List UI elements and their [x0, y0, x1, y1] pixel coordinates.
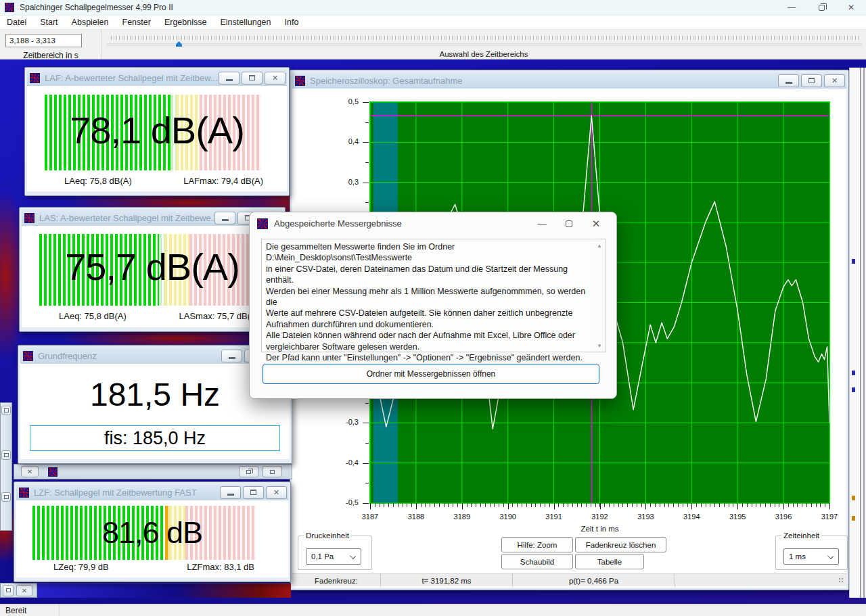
oszi-x-axis-label: Zeit t in ms: [370, 525, 829, 533]
window-edge-right[interactable]: [849, 68, 866, 598]
dialog-close-button[interactable]: ✕: [583, 212, 610, 235]
dialog-text-area[interactable]: Die gesammelten Messwerte finden Sie im …: [261, 239, 606, 352]
slider-ticks: [111, 36, 859, 40]
las-minimize-button[interactable]: [214, 212, 235, 224]
scrollbar[interactable]: ▲ ▼: [594, 240, 605, 351]
dialog-titlebar[interactable]: Abgespeicherte Messergebnisse — ✕: [250, 212, 616, 235]
oszi-x-axis: 3187318831893190319131923193319431953196…: [370, 503, 829, 510]
maximize-icon: [270, 470, 275, 474]
las-title: LAS: A-bewerteter Schallpegel mit Zeitbe…: [39, 213, 214, 223]
menu-start[interactable]: Start: [33, 18, 64, 27]
tabelle-button[interactable]: Tabelle: [575, 554, 644, 569]
y-tick-mark: [363, 463, 369, 464]
docked-restore-button[interactable]: [239, 466, 258, 477]
laf-maximize-button[interactable]: [242, 72, 263, 85]
time-range-panel: Zeitbereich in s: [0, 30, 101, 60]
hilfe-zoom-button[interactable]: Hilfe: Zoom: [501, 537, 573, 552]
y-tick-mark: [363, 142, 369, 143]
axis-label-fragment: [852, 387, 855, 392]
scroll-up-icon[interactable]: ▲: [594, 240, 605, 251]
docked-window-edge-strip[interactable]: [0, 402, 12, 531]
zeiteinheit-value: 1 ms: [789, 552, 806, 561]
oszi-close-button[interactable]: ✕: [824, 74, 845, 87]
docked-maximize-button[interactable]: [263, 466, 282, 477]
x-tick-mark: [554, 503, 555, 509]
lzf-minimize-button[interactable]: [220, 486, 241, 499]
menu-fenster[interactable]: Fenster: [116, 18, 158, 27]
chevron-down-icon: [350, 553, 356, 559]
docked-maximize-button[interactable]: [3, 585, 14, 596]
lzf-close-button[interactable]: ✕: [266, 486, 287, 499]
maximize-icon: [249, 75, 255, 80]
zeiteinheit-select[interactable]: 1 ms: [783, 548, 839, 565]
y-tick-minor: [365, 202, 369, 203]
window-icon: [24, 213, 35, 223]
dialog-title: Abgespeicherte Messergebnisse: [274, 218, 402, 229]
y-tick-mark: [363, 423, 369, 423]
zeiteinheit-groupbox: Zeiteinheit 1 ms: [775, 536, 848, 570]
main-close-button[interactable]: ✕: [836, 0, 866, 16]
x-tick-mark: [737, 503, 738, 509]
chevron-down-icon: [827, 553, 834, 559]
fadenkreuz-loeschen-button[interactable]: Fadenkreuz löschen: [575, 537, 666, 552]
oszi-maximize-button[interactable]: [801, 74, 822, 87]
menu-einstellungen[interactable]: Einstellungen: [213, 18, 277, 27]
lzf-titlebar[interactable]: LZF: Schallpegel mit Zeitbewertung FAST …: [16, 484, 288, 500]
docked-window-bar-bottom[interactable]: ✕: [0, 583, 37, 598]
x-tick-label: 3194: [677, 513, 706, 521]
druckeinheit-label: Druckeinheit: [304, 531, 351, 540]
schaubild-button[interactable]: Schaubild: [501, 554, 573, 569]
docked-close-button[interactable]: ✕: [16, 585, 32, 596]
window-lzf[interactable]: LZF: Schallpegel mit Zeitbewertung FAST …: [14, 481, 291, 582]
slider-thumb[interactable]: [176, 41, 182, 47]
grund-minimize-button[interactable]: [221, 350, 242, 362]
druckeinheit-value: 0,1 Pa: [311, 552, 334, 561]
x-tick-label: 3189: [447, 513, 477, 521]
laf-minimize-button[interactable]: [219, 72, 240, 85]
docked-edge-button[interactable]: [1, 492, 11, 502]
y-tick-label: -0,5: [332, 498, 359, 506]
window-laf[interactable]: LAF: A-bewerteter Schallpegel mit Zeitbe…: [24, 67, 290, 196]
y-tick-mark: [363, 102, 369, 103]
axis-label-fragment: [852, 496, 855, 500]
laf-title: LAF: A-bewerteter Schallpegel mit Zeitbe…: [45, 73, 218, 83]
docked-edge-button[interactable]: [1, 406, 11, 415]
minimized-window-titlebar[interactable]: [37, 583, 291, 598]
main-restore-button[interactable]: [806, 0, 836, 16]
slider-track[interactable]: [107, 43, 862, 46]
maximize-icon: [808, 78, 815, 83]
resize-grip[interactable]: [839, 578, 844, 584]
maximize-icon: [4, 495, 9, 499]
dialog-maximize-button[interactable]: [555, 212, 583, 235]
menu-datei[interactable]: Datei: [0, 18, 33, 27]
oszi-titlebar[interactable]: Speicheroszilloskop: Gesamtaufnahme ✕: [292, 72, 846, 89]
druckeinheit-select[interactable]: 0,1 Pa: [306, 548, 361, 565]
fis-note-box: fis: 185,0 Hz: [30, 425, 280, 451]
docked-edge-button[interactable]: [1, 450, 11, 460]
time-range-input[interactable]: [5, 34, 82, 47]
window-las[interactable]: LAS: A-bewerteter Schallpegel mit Zeitbe…: [19, 207, 286, 332]
open-results-folder-button[interactable]: Ordner mit Messergebnissen öffnen: [263, 364, 599, 384]
main-minimize-button[interactable]: —: [777, 0, 806, 16]
las-lasmax-label: LASmax: 75,7 dB(A): [179, 311, 260, 321]
menu-ergebnisse[interactable]: Ergebnisse: [158, 18, 214, 27]
oszi-minimize-button[interactable]: [778, 74, 799, 87]
fadenkreuz-status-cell: Fadenkreuz:: [292, 574, 381, 587]
laf-close-button[interactable]: ✕: [265, 72, 286, 85]
lzf-title: LZF: Schallpegel mit Zeitbewertung FAST: [34, 488, 197, 498]
x-tick-label: 3187: [355, 513, 385, 521]
laf-titlebar[interactable]: LAF: A-bewerteter Schallpegel mit Zeitbe…: [27, 70, 287, 86]
x-tick-label: 3190: [493, 513, 523, 521]
scroll-down-icon[interactable]: ▼: [594, 340, 605, 351]
dialog-abgespeicherte-messergebnisse[interactable]: Abgespeicherte Messergebnisse — ✕ Die ge…: [249, 212, 617, 399]
lzf-maximize-button[interactable]: [243, 486, 264, 499]
dialog-minimize-button[interactable]: —: [528, 212, 555, 235]
menu-abspielen[interactable]: Abspielen: [65, 18, 116, 27]
las-titlebar[interactable]: LAS: A-bewerteter Schallpegel mit Zeitbe…: [22, 210, 283, 226]
window-border: [860, 68, 861, 598]
menu-info[interactable]: Info: [278, 18, 306, 27]
y-tick-minor: [365, 483, 369, 483]
docked-close-button[interactable]: ✕: [21, 466, 39, 477]
x-tick-label: 3191: [539, 513, 569, 521]
docked-window-bar[interactable]: ✕: [14, 464, 292, 479]
